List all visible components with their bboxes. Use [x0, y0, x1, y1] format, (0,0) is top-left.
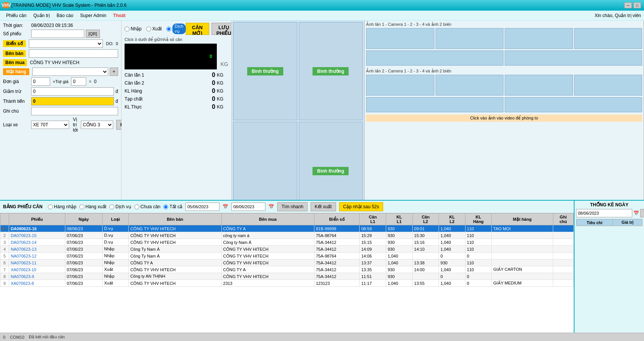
ket-xuat-button[interactable]: Kết xuất	[311, 202, 336, 211]
table-row[interactable]: 6 NA070623-11 07/06/23 Nhập CÔNG TY A CÔ…	[0, 259, 574, 266]
table-row[interactable]: ▶1 DA080623-16 08/06/23 D.vụ CÔNG TY VHV…	[0, 225, 574, 232]
col-kl-l1[interactable]: KLL1	[386, 214, 413, 225]
calendar-icon-2[interactable]: 📅	[268, 204, 274, 209]
col-kl-l2[interactable]: KLL2	[439, 214, 466, 225]
ben-ban-input[interactable]	[29, 49, 118, 58]
ghi-chu-input[interactable]	[31, 107, 118, 115]
radio-chua-can-label[interactable]: Chưa cân	[134, 204, 161, 209]
radio-hang-nhap[interactable]	[48, 204, 53, 209]
do-value: 0	[116, 41, 118, 46]
photo-1-1[interactable]	[366, 28, 434, 49]
date-to-input[interactable]	[231, 203, 265, 211]
radio-xuat-label[interactable]: Xuất	[146, 26, 162, 31]
menu-quan-tri[interactable]: Quản trị	[30, 12, 53, 19]
col-ghi-chu[interactable]: Ghichú	[553, 214, 573, 225]
menu-bao-cao[interactable]: Báo cáo	[54, 12, 76, 19]
don-gia-input[interactable]	[31, 77, 50, 86]
menu-phieu-can[interactable]: Phiếu cân	[3, 12, 30, 19]
qr-button[interactable]: [QR]	[86, 30, 100, 38]
table-row[interactable]: 5 NA070623-12 07/06/23 Nhập Công Ty Nam …	[0, 253, 574, 259]
radio-chua-can[interactable]	[134, 204, 139, 209]
kl-thuc-label: KL Thực	[125, 104, 155, 110]
radio-nhap[interactable]	[125, 27, 129, 31]
binh-thuong-3-btn[interactable]: Bình thường	[313, 167, 349, 175]
row-phieu[interactable]: NA070623-9	[9, 273, 65, 280]
row-phieu[interactable]: NA070623-11	[9, 259, 65, 266]
weight-display[interactable]: 0	[125, 44, 217, 69]
minimize-button[interactable]: ─	[624, 2, 632, 8]
radio-hang-xuat-label[interactable]: Hàng xuất	[79, 204, 106, 209]
photo-2-1[interactable]	[366, 75, 434, 96]
mat-hang-plus[interactable]: +	[110, 68, 118, 76]
photo-1-5[interactable]	[366, 50, 504, 66]
calendar-icon-1[interactable]: 📅	[223, 204, 228, 209]
table-row[interactable]: 8 NA070623-9 07/06/23 Nhập Công ty AN TH…	[0, 273, 574, 280]
table-row[interactable]: 7 XA070623-10 07/06/23 Xuất CÔNG TY VHV …	[0, 266, 574, 273]
radio-tat-ca-label[interactable]: Tất cả	[163, 204, 182, 209]
row-phieu[interactable]: NA070623-12	[9, 253, 65, 259]
photo-1-6[interactable]	[505, 50, 642, 66]
tro-gia-input[interactable]	[71, 77, 86, 86]
radio-dichvu-label[interactable]: Dịch vụ	[166, 24, 186, 34]
row-phieu[interactable]: DA070623-14	[9, 239, 65, 246]
tim-nhanh-button[interactable]: Tìm nhanh	[277, 202, 307, 211]
radio-tat-ca[interactable]	[163, 204, 168, 209]
col-ben-mua[interactable]: Bên mua	[221, 214, 314, 225]
row-phieu[interactable]: NA070623-13	[9, 246, 65, 253]
giam-tru-input[interactable]	[31, 87, 114, 96]
binh-thuong-1-btn[interactable]: Bình thường	[247, 67, 283, 75]
vi-tri-select[interactable]: CỔNG 3	[81, 121, 113, 129]
col-phieu[interactable]: Phiếu	[9, 214, 65, 225]
photo-2-2[interactable]	[436, 75, 504, 96]
stats-calendar-icon[interactable]: 📅	[633, 211, 639, 216]
row-can-l2: 13:38	[412, 259, 439, 266]
radio-dichvu[interactable]	[166, 27, 171, 31]
kl-thuc-value: 0	[155, 104, 217, 110]
can-moi-button[interactable]: CÂN MỚI	[186, 23, 209, 35]
col-bien-so[interactable]: Biển số	[314, 214, 360, 225]
loai-xe-select[interactable]: XE 70T	[31, 121, 69, 129]
row-phieu[interactable]: XA070623-8	[9, 280, 65, 287]
col-loai[interactable]: Loại	[103, 214, 129, 225]
photo-1-4[interactable]	[574, 28, 642, 49]
photo-2-4[interactable]	[574, 75, 642, 96]
row-phieu[interactable]: DA070623-15	[9, 232, 65, 239]
col-ben-ban[interactable]: Bên bán	[129, 214, 221, 225]
photo-2-3[interactable]	[505, 75, 573, 96]
row-kl-hang: 110	[465, 232, 491, 239]
col-mat-hang[interactable]: Mặt hàng	[492, 214, 553, 225]
table-row[interactable]: 4 NA070623-13 07/06/23 Nhập Công Ty Nam …	[0, 246, 574, 253]
so-phieu-input[interactable]	[31, 30, 84, 38]
table-row[interactable]: 9 XA070623-8 07/06/23 Xuất CÔNG TY VHV H…	[0, 280, 574, 287]
binh-thuong-2-btn[interactable]: Bình thường	[313, 67, 349, 75]
radio-nhap-label[interactable]: Nhập	[125, 26, 142, 31]
bien-so-select[interactable]	[29, 39, 103, 48]
menu-thoat[interactable]: Thoát	[110, 12, 129, 19]
col-can-l2[interactable]: CânL2	[412, 214, 439, 225]
col-kl-hang[interactable]: KLHàng	[465, 214, 491, 225]
tai-lai-button[interactable]: Tải lại	[640, 209, 644, 217]
maximize-button[interactable]: □	[633, 2, 641, 8]
photo-1-3[interactable]	[505, 28, 573, 49]
table-row[interactable]: 2 DA070623-15 07/06/23 D.vụ CÔNG TY VHV …	[0, 232, 574, 239]
table-row[interactable]: 3 DA070623-14 07/06/23 D.vụ CÔNG TY VHV …	[0, 239, 574, 246]
date-from-input[interactable]	[185, 203, 219, 211]
thanh-tien-input[interactable]	[31, 97, 114, 105]
radio-hang-nhap-label[interactable]: Hàng nhập	[48, 204, 76, 209]
radio-dich-vu[interactable]	[109, 204, 114, 209]
col-can-l1[interactable]: CânL1	[360, 214, 386, 225]
mat-hang-select[interactable]	[32, 68, 108, 76]
radio-dich-vu-label[interactable]: Dịch vụ	[109, 204, 131, 209]
row-phieu[interactable]: XA070623-10	[9, 266, 65, 273]
photo-2-6[interactable]	[505, 97, 642, 112]
stats-date-input[interactable]	[576, 209, 632, 217]
row-phieu[interactable]: DA080623-16	[9, 225, 65, 232]
menu-super-admin[interactable]: Super Admin	[77, 12, 109, 19]
photo-1-2[interactable]	[436, 28, 504, 49]
radio-xuat[interactable]	[146, 27, 151, 31]
radio-hang-xuat[interactable]	[79, 204, 84, 209]
greeting-text: Xin chào, Quản trị viên	[595, 13, 641, 18]
col-ngay[interactable]: Ngày	[65, 214, 103, 225]
cap-nhat-button[interactable]: Cập nhật sau 52s	[339, 202, 384, 211]
photo-2-5[interactable]	[366, 97, 504, 112]
